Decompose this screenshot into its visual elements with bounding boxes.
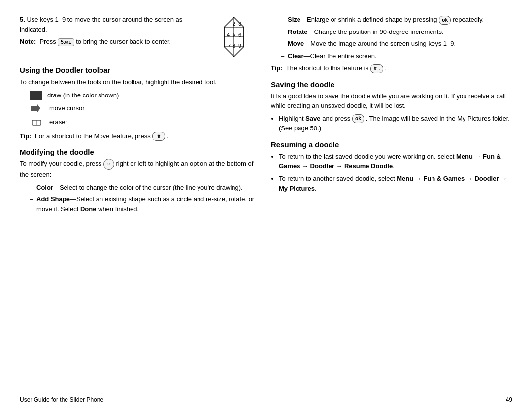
clear-option: Clear—Clear the entire screen. xyxy=(281,51,512,61)
hash-button: #⎵ xyxy=(370,64,383,73)
nav-circle-button: ○ xyxy=(103,159,114,170)
tool-item-draw: draw (in the color shown) xyxy=(30,91,256,100)
svg-text:2: 2 xyxy=(233,21,235,27)
move-cursor-icon xyxy=(30,103,44,114)
add-shape-option: Add Shape—Select an existing shape such … xyxy=(30,194,256,214)
svg-text:7: 7 xyxy=(228,43,231,49)
section-doodler-toolbar-title: Using the Doodler toolbar xyxy=(20,66,256,74)
eraser-label: eraser xyxy=(49,118,67,126)
color-option: Color—Select to change the color of the … xyxy=(30,183,256,192)
modifying-intro: To modify your doodle, press ○ right or … xyxy=(20,159,256,180)
move-option: Move—Move the image around the screen us… xyxy=(281,39,512,49)
svg-text:❖: ❖ xyxy=(232,33,236,38)
right-column: Size—Enlarge or shrink a defined shape b… xyxy=(271,15,512,389)
saving-intro: It is a good idea to save the doodle whi… xyxy=(271,92,512,111)
more-options-list: Size—Enlarge or shrink a defined shape b… xyxy=(281,15,512,61)
move-label: move cursor xyxy=(49,104,85,112)
draw-icon xyxy=(30,91,42,100)
draw-label: draw (in the color shown) xyxy=(47,92,119,99)
ok-button-save: ok xyxy=(352,114,364,123)
highlight-save-item: Highlight Save and press ok . The image … xyxy=(279,114,512,133)
page-footer: User Guide for the Slider Phone 49 xyxy=(20,393,512,403)
footer-left-text: User Guide for the Slider Phone xyxy=(20,396,103,403)
svg-marker-16 xyxy=(37,104,40,112)
step5-paragraph: 5. Use keys 1–9 to move the cursor aroun… xyxy=(20,15,204,34)
resume-last-item: To return to the last saved doodle you w… xyxy=(279,152,512,171)
eraser-icon xyxy=(30,117,44,127)
tool-list: draw (in the color shown) move cursor xyxy=(30,91,256,127)
svg-rect-15 xyxy=(31,106,37,111)
modify-options-list: Color—Select to change the color of the … xyxy=(30,183,256,214)
footer-page-number: 49 xyxy=(506,396,512,403)
step5-block: 5. Use keys 1–9 to move the cursor aroun… xyxy=(20,15,256,59)
tip2-paragraph: Tip: The shortcut to this feature is #⎵ … xyxy=(271,64,512,73)
svg-text:9: 9 xyxy=(238,43,241,49)
saving-bullet-list: Highlight Save and press ok . The image … xyxy=(279,114,512,133)
section-saving-title: Saving the doodle xyxy=(271,80,512,89)
tool-item-eraser: eraser xyxy=(30,117,256,127)
rotate-option: Rotate—Change the position in 90-degree … xyxy=(281,27,512,37)
shift-button: ⇧ xyxy=(152,132,165,141)
5jkl-button: 5JKL xyxy=(58,38,74,46)
left-column: 5. Use keys 1–9 to move the cursor aroun… xyxy=(20,15,256,389)
keypad-diagram: 2 3 4 ❖ 6 7 8 9 xyxy=(212,15,256,59)
svg-text:3: 3 xyxy=(238,21,241,27)
step5-text-block: 5. Use keys 1–9 to move the cursor aroun… xyxy=(20,15,204,59)
section-resuming-title: Resuming a doodle xyxy=(271,140,512,149)
tool-item-move: move cursor xyxy=(30,103,256,114)
doodler-toolbar-intro: To change between the tools on the toolb… xyxy=(20,77,256,87)
content-area: 5. Use keys 1–9 to move the cursor aroun… xyxy=(20,15,512,389)
svg-text:6: 6 xyxy=(238,32,241,38)
note-paragraph: Note: Press 5JKL to bring the cursor bac… xyxy=(20,37,204,47)
svg-text:8: 8 xyxy=(233,43,235,49)
resuming-bullet-list: To return to the last saved doodle you w… xyxy=(279,152,512,194)
size-option: Size—Enlarge or shrink a defined shape b… xyxy=(281,15,512,25)
resume-another-item: To return to another saved doodle, selec… xyxy=(279,174,512,193)
svg-text:4: 4 xyxy=(227,32,230,38)
ok-button-size: ok xyxy=(439,16,451,25)
section-modifying-title: Modifying the doodle xyxy=(20,148,256,156)
tip1-paragraph: Tip: For a shortcut to the Move feature,… xyxy=(20,131,256,141)
page: 5. Use keys 1–9 to move the cursor aroun… xyxy=(0,0,532,413)
